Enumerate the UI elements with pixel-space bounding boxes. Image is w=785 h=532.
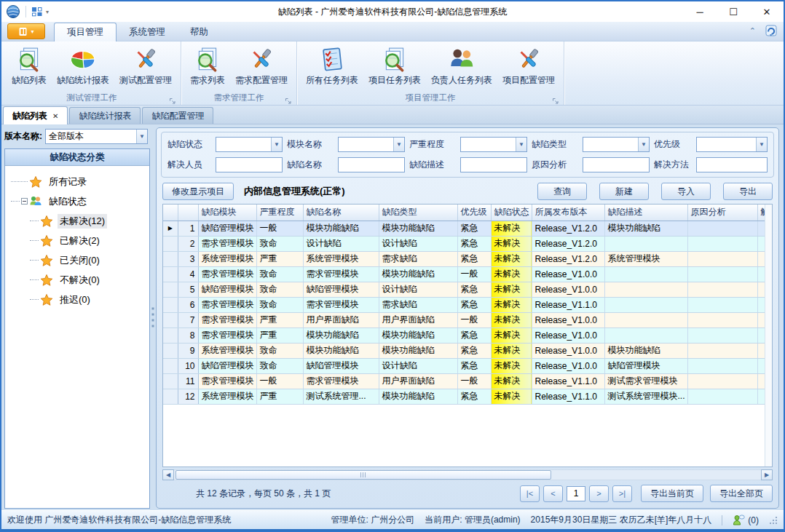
- tab-close-icon[interactable]: ✕: [52, 112, 58, 120]
- app-menu-button[interactable]: ▾: [7, 23, 45, 39]
- ribbon-button[interactable]: 项目任务列表: [363, 44, 426, 87]
- sidebar-splitter[interactable]: [150, 124, 156, 510]
- column-header[interactable]: 优先级: [457, 205, 491, 221]
- doc-search-icon: [381, 46, 409, 74]
- column-header[interactable]: 所属发布版本: [532, 205, 604, 221]
- last-page-button[interactable]: >|: [612, 485, 632, 502]
- ribbon-button[interactable]: 缺陷列表: [7, 44, 52, 87]
- tree-item[interactable]: 推迟(0): [5, 290, 149, 309]
- cell-status: 未解决: [491, 389, 532, 404]
- column-header[interactable]: 缺陷模块: [198, 205, 256, 221]
- cell-name: 用户界面缺陷: [303, 312, 379, 327]
- table-row[interactable]: 12系统管理模块严重测试系统管理...模块功能缺陷紧急未解决Release_V1…: [163, 389, 773, 404]
- column-header[interactable]: [163, 205, 178, 221]
- table-row[interactable]: 5缺陷管理模块致命缺陷管理模块设计缺陷紧急未解决Release_V1.0.0: [163, 282, 773, 297]
- document-tab[interactable]: 缺陷配置管理: [142, 107, 213, 124]
- tree-item[interactable]: 未解决(12): [5, 211, 149, 231]
- ribbon-button[interactable]: 所有任务列表: [301, 44, 363, 87]
- page-number-input[interactable]: [567, 486, 585, 501]
- export-current-page-button[interactable]: 导出当前页: [641, 485, 703, 502]
- column-header[interactable]: 原因分析: [687, 205, 757, 221]
- quick-access-caret-icon[interactable]: ▾: [46, 9, 49, 15]
- scrollbar-track[interactable]: [174, 469, 761, 480]
- export-all-pages-button[interactable]: 导出全部页: [710, 485, 773, 502]
- table-row[interactable]: 6需求管理模块致命需求管理模块需求缺陷紧急未解决Release_V1.1.0: [163, 297, 773, 312]
- document-tab[interactable]: 缺陷统计报表: [69, 107, 141, 124]
- filter-input[interactable]: [338, 157, 405, 172]
- filter-select[interactable]: ▼: [583, 137, 650, 152]
- table-row[interactable]: 9系统管理模块致命模块功能缺陷模块功能缺陷紧急未解决Release_V1.0.0…: [163, 343, 773, 358]
- ribbon-button[interactable]: 缺陷统计报表: [52, 44, 114, 87]
- table-row[interactable]: 10缺陷管理模块致命缺陷管理模块设计缺陷紧急未解决Release_V1.0.0缺…: [163, 358, 773, 373]
- dropdown-arrow-icon[interactable]: ▼: [756, 138, 767, 151]
- collapse-icon[interactable]: [21, 198, 28, 205]
- column-header[interactable]: 缺陷描述: [604, 205, 687, 221]
- filter-select[interactable]: ▼: [696, 137, 768, 152]
- ribbon-button[interactable]: 测试配置管理: [114, 44, 177, 87]
- column-header[interactable]: 缺陷类型: [379, 205, 457, 221]
- filter-input[interactable]: [216, 157, 283, 172]
- ribbon-button[interactable]: 负责人任务列表: [426, 44, 497, 87]
- dialog-launcher-icon[interactable]: [285, 95, 292, 102]
- dropdown-arrow-icon[interactable]: ▼: [516, 138, 526, 151]
- dialog-launcher-icon[interactable]: [552, 95, 559, 102]
- ribbon-button[interactable]: 项目配置管理: [497, 44, 560, 87]
- filter-select[interactable]: ▼: [216, 137, 283, 152]
- filter-input[interactable]: [460, 157, 527, 172]
- column-header[interactable]: 缺陷状态: [491, 205, 532, 221]
- close-button[interactable]: ✕: [750, 1, 784, 22]
- document-tab[interactable]: 缺陷列表✕: [3, 106, 68, 124]
- dropdown-arrow-icon[interactable]: ▼: [393, 138, 404, 151]
- column-header[interactable]: 缺陷名称: [303, 205, 379, 221]
- resize-grip-icon[interactable]: [769, 516, 778, 525]
- dropdown-arrow-icon[interactable]: ▼: [638, 138, 649, 151]
- help-icon[interactable]: [765, 24, 778, 37]
- column-header[interactable]: [178, 205, 198, 221]
- table-row[interactable]: ▶1缺陷管理模块一般模块功能缺陷模块功能缺陷紧急未解决Release_V1.2.…: [163, 221, 773, 236]
- cell-priority: 紧急: [457, 282, 491, 297]
- table-row[interactable]: 3系统管理模块严重系统管理模块需求缺陷紧急未解决Release_V1.2.0系统…: [163, 251, 773, 266]
- tree-item[interactable]: 已解决(2): [5, 231, 149, 250]
- maximize-button[interactable]: ☐: [717, 1, 750, 22]
- tree-item[interactable]: 缺陷状态: [5, 191, 149, 211]
- ribbon-button[interactable]: 需求配置管理: [230, 44, 293, 87]
- action-button[interactable]: 新建: [599, 183, 649, 200]
- tree-item[interactable]: 已关闭(0): [5, 250, 149, 270]
- version-select[interactable]: 全部版本 ▼: [45, 129, 148, 144]
- filter-input[interactable]: [696, 157, 768, 172]
- tree-item[interactable]: 不解决(0): [5, 270, 149, 290]
- vertical-scrollbar[interactable]: [765, 205, 772, 467]
- scroll-left-icon[interactable]: ◀: [162, 469, 174, 480]
- ribbon-tab[interactable]: 项目管理: [54, 23, 117, 41]
- minimize-button[interactable]: ─: [683, 1, 717, 22]
- column-header[interactable]: 严重程度: [256, 205, 303, 221]
- table-row[interactable]: 7需求管理模块严重用户界面缺陷用户界面缺陷一般未解决Release_V1.0.0: [163, 312, 773, 327]
- scroll-right-icon[interactable]: ▶: [761, 469, 773, 480]
- collapse-ribbon-icon[interactable]: ⌃: [749, 27, 756, 35]
- tree-item[interactable]: 所有记录: [5, 172, 149, 191]
- cell-release: Release_V1.0.0: [532, 343, 604, 358]
- ribbon-button[interactable]: 需求列表: [185, 44, 230, 87]
- online-users[interactable]: (0): [733, 515, 759, 525]
- filter-input[interactable]: [583, 157, 650, 172]
- dialog-launcher-icon[interactable]: [169, 95, 176, 102]
- prev-page-button[interactable]: <: [543, 485, 563, 502]
- next-page-button[interactable]: >: [589, 485, 609, 502]
- table-row[interactable]: 2需求管理模块致命设计缺陷设计缺陷紧急未解决Release_V1.2.0: [163, 236, 773, 251]
- scrollbar-thumb[interactable]: [175, 470, 551, 480]
- ribbon-tab[interactable]: 帮助: [178, 23, 221, 41]
- action-button[interactable]: 导出: [723, 183, 773, 200]
- filter-select[interactable]: ▼: [338, 137, 405, 152]
- dropdown-arrow-icon[interactable]: ▼: [136, 130, 147, 143]
- filter-select[interactable]: ▼: [460, 137, 527, 152]
- table-row[interactable]: 4需求管理模块致命需求管理模块模块功能缺陷一般未解决Release_V1.0.0: [163, 266, 773, 282]
- first-page-button[interactable]: |<: [520, 485, 540, 502]
- ribbon-tab[interactable]: 系统管理: [117, 23, 178, 41]
- quick-access-icon[interactable]: [31, 7, 43, 17]
- table-row[interactable]: 11需求管理模块一般需求管理模块用户界面缺陷一般未解决Release_V1.1.…: [163, 373, 773, 389]
- table-row[interactable]: 8需求管理模块严重模块功能缺陷模块功能缺陷紧急未解决Release_V1.0.0: [163, 327, 773, 343]
- action-button[interactable]: 查询: [537, 183, 587, 200]
- action-button[interactable]: 导入: [661, 183, 711, 200]
- dropdown-arrow-icon[interactable]: ▼: [271, 138, 282, 151]
- modify-display-items-button[interactable]: 修改显示项目: [162, 183, 234, 200]
